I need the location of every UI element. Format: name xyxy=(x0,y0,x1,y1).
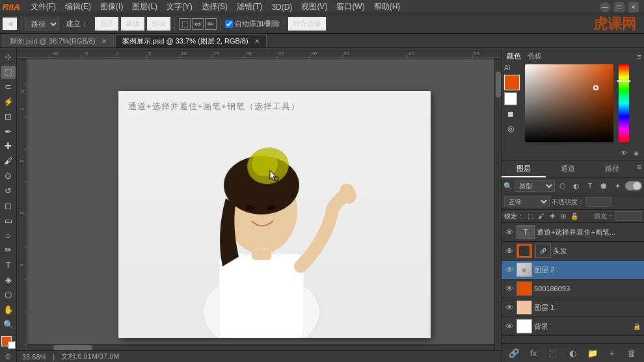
delete-layer-btn[interactable]: 🗑 xyxy=(625,346,638,359)
color-mode-2[interactable]: ◎ xyxy=(504,122,517,135)
color-mode-1[interactable]: ◼ xyxy=(504,107,517,120)
scrollbar-h[interactable] xyxy=(27,344,494,350)
menu-3d[interactable]: 3D(D) xyxy=(267,1,296,13)
menu-select[interactable]: 选择(S) xyxy=(198,0,232,14)
toolbar-back-btn[interactable]: ◀ xyxy=(3,18,17,30)
add-layer-btn[interactable]: + xyxy=(606,346,619,359)
layer-item-bg[interactable]: 👁 背景 🔒 xyxy=(502,317,644,336)
tool-text[interactable]: T xyxy=(1,259,16,272)
menu-filter[interactable]: 滤镜(T) xyxy=(233,0,266,14)
color-tab[interactable]: 颜色 xyxy=(504,51,524,62)
canvas-area[interactable]: 通道+选择并遮住+画笔+钢笔（选择工具） xyxy=(27,58,501,350)
layers-tab-channels[interactable]: 通道 xyxy=(546,161,590,177)
tool-shape[interactable]: ⬡ xyxy=(1,289,16,302)
layer-item-text[interactable]: 👁 T 通道+选择并遮住+画笔... xyxy=(502,223,644,242)
layer-filter-toggle[interactable] xyxy=(625,181,642,190)
fg-bg-color-indicator[interactable] xyxy=(1,336,16,349)
menu-image[interactable]: 图像(I) xyxy=(96,0,127,14)
tool-move[interactable]: ⊹ xyxy=(1,51,16,64)
mask-btn[interactable]: 蒙版 xyxy=(121,17,144,31)
tab-0[interactable]: 抠图.psd @ 36.7%(RGB/8) ✕ xyxy=(3,34,114,47)
lock-paint-icon[interactable]: 🖌 xyxy=(537,212,546,221)
tool-gradient[interactable]: ▭ xyxy=(1,214,16,227)
shape-btn[interactable]: 形状 xyxy=(147,17,170,31)
fg-color-square[interactable] xyxy=(504,75,520,90)
layer-filter-pixel[interactable]: ⬡ xyxy=(557,180,569,192)
layer-blend-mode-select[interactable]: 正常 xyxy=(504,196,550,207)
scrollbar-v[interactable] xyxy=(494,58,501,350)
tab-1-close[interactable]: ✕ xyxy=(254,38,260,45)
panel-icon-1[interactable]: 👁 xyxy=(619,148,629,158)
layer-visibility-3[interactable]: 👁 xyxy=(504,265,515,275)
layers-tab-paths[interactable]: 路径 xyxy=(590,161,634,177)
tool-path-select[interactable]: ◈ xyxy=(1,274,16,287)
lock-transparent-icon[interactable]: ⬚ xyxy=(526,212,535,221)
layer-item-500[interactable]: 👁 500186093 xyxy=(502,279,644,298)
close-btn[interactable]: ✕ xyxy=(628,2,639,12)
layer-type-filter[interactable]: 类型 xyxy=(515,180,555,192)
quick-mask-btn[interactable]: ◎ xyxy=(5,352,11,359)
layer-visibility-6[interactable]: 👁 xyxy=(504,321,515,331)
bg-color-swatch[interactable] xyxy=(8,341,16,349)
maximize-btn[interactable]: □ xyxy=(614,2,624,12)
select-btn[interactable]: 选区 xyxy=(95,17,118,31)
tool-crop[interactable]: ⊡ xyxy=(1,110,16,123)
tool-magic-wand[interactable]: ⚡ xyxy=(1,96,16,109)
tool-zoom[interactable]: 🔍 xyxy=(1,318,16,331)
swatches-tab[interactable]: 色板 xyxy=(525,51,544,62)
panel-icon-2[interactable]: ◈ xyxy=(631,148,641,158)
hue-strip[interactable] xyxy=(619,64,629,142)
menu-edit[interactable]: 编辑(E) xyxy=(61,0,95,14)
lock-position-icon[interactable]: ✚ xyxy=(548,212,557,221)
path-select-icon[interactable]: ⬚ xyxy=(179,18,191,30)
tool-heal[interactable]: ✚ xyxy=(1,140,16,153)
menu-window[interactable]: 窗口(W) xyxy=(332,0,368,14)
tool-eyedropper[interactable]: ✒ xyxy=(1,125,16,138)
layer-filter-adj[interactable]: ◐ xyxy=(570,180,582,192)
tab-0-close[interactable]: ✕ xyxy=(101,38,107,45)
menu-text[interactable]: 文字(Y) xyxy=(163,0,196,14)
layers-tab-layers[interactable]: 图层 xyxy=(502,161,546,177)
layer-item-1[interactable]: 👁 图层 1 xyxy=(502,298,644,317)
layer-filter-text[interactable]: T xyxy=(584,180,596,192)
scrollbar-h-thumb[interactable] xyxy=(53,345,92,350)
layer-filter-smart[interactable]: ✦ xyxy=(611,180,623,192)
lock-artboard-icon[interactable]: ⊞ xyxy=(559,212,568,221)
transform-icon[interactable]: ⇔ xyxy=(192,18,204,30)
layer-item-2[interactable]: 👁 ▣ 图层 2 xyxy=(502,261,644,279)
tool-eraser[interactable]: ◻ xyxy=(1,199,16,212)
tool-lasso[interactable]: ⊂ xyxy=(1,81,16,94)
color-picker-gradient[interactable] xyxy=(525,64,613,142)
layer-visibility-1[interactable]: 👁 xyxy=(504,227,515,237)
tool-clone[interactable]: ⊙ xyxy=(1,170,16,183)
layer-filter-shape[interactable]: ⬟ xyxy=(598,180,610,192)
layer-item-hair[interactable]: 👁 🔗 头发 xyxy=(502,242,644,261)
auto-add-checkbox[interactable] xyxy=(225,20,233,28)
tool-dodge[interactable]: ○ xyxy=(1,229,16,242)
auto-add-check[interactable]: 自动添加/删除 xyxy=(225,19,280,29)
bg-color-square[interactable] xyxy=(504,92,517,105)
add-link-btn[interactable]: 🔗 xyxy=(507,346,520,359)
add-fx-btn[interactable]: fx xyxy=(527,346,540,359)
layer-visibility-4[interactable]: 👁 xyxy=(504,283,515,294)
layer-visibility-2[interactable]: 👁 xyxy=(504,246,515,256)
add-group-btn[interactable]: 📁 xyxy=(586,346,599,359)
lock-all-icon[interactable]: 🔒 xyxy=(570,212,579,221)
menu-layer[interactable]: 图层(L) xyxy=(128,0,161,14)
menu-help[interactable]: 帮助(H) xyxy=(370,0,405,14)
layer-visibility-5[interactable]: 👁 xyxy=(504,302,515,313)
menu-view[interactable]: 视图(V) xyxy=(297,0,331,14)
tool-brush[interactable]: 🖌 xyxy=(1,155,16,168)
opacity-input[interactable]: 100% xyxy=(585,197,611,207)
color-panel-options[interactable]: ≡ xyxy=(637,53,641,60)
tool-select[interactable]: ⬚ xyxy=(1,66,16,79)
layers-panel-menu[interactable]: ≡ xyxy=(634,161,644,177)
scrollbar-v-thumb[interactable] xyxy=(496,71,501,97)
tab-1[interactable]: 案例展示.psd @ 33.7% (图层 2, RGB/8) ✕ xyxy=(115,34,267,47)
align-btn[interactable]: 对齐边缘 xyxy=(288,17,326,31)
tool-pen[interactable]: ✏ xyxy=(1,244,16,257)
menu-file[interactable]: 文件(F) xyxy=(27,0,60,14)
pen-icon[interactable]: ✏ xyxy=(205,18,217,30)
tool-history[interactable]: ↺ xyxy=(1,185,16,198)
tool-hand[interactable]: ✋ xyxy=(1,303,16,316)
